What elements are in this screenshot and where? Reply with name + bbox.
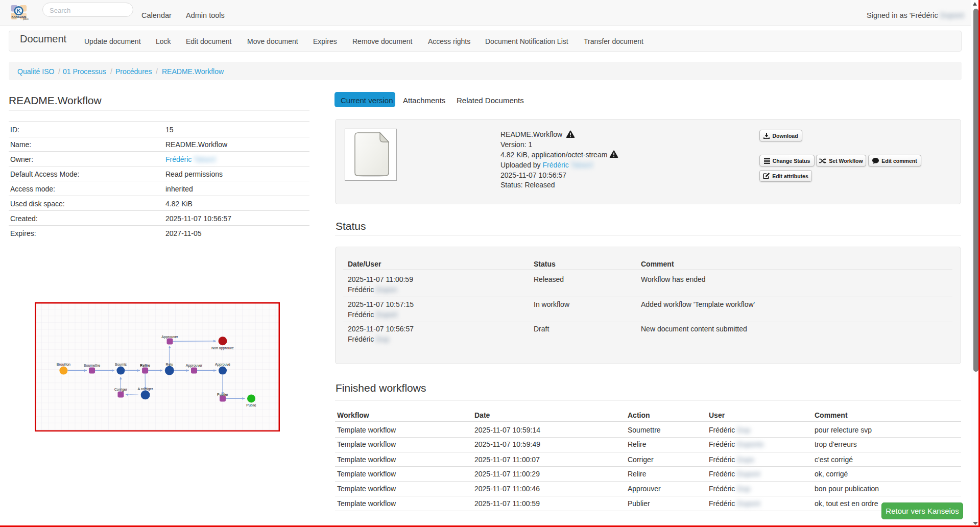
svg-text:Approuver: Approuver — [186, 364, 203, 368]
svg-text:Soumis: Soumis — [115, 363, 127, 366]
svg-text:Relu: Relu — [166, 363, 174, 366]
svg-text:Soumettre: Soumettre — [84, 364, 100, 367]
svg-text:Publié: Publié — [246, 403, 256, 407]
svg-text:K: K — [16, 8, 21, 14]
svg-text:plus: plus — [22, 17, 29, 20]
svg-text:Brouillon: Brouillon — [57, 363, 70, 366]
svg-text:Relire: Relire — [140, 364, 150, 367]
svg-text:Approuvé: Approuvé — [215, 363, 230, 367]
svg-text:A corriger: A corriger — [138, 387, 154, 391]
svg-text:Non approuvé: Non approuvé — [211, 346, 234, 350]
svg-text:Publier: Publier — [217, 393, 228, 396]
svg-text:Approuver: Approuver — [161, 335, 178, 339]
svg-text:Corriger: Corriger — [114, 388, 128, 392]
